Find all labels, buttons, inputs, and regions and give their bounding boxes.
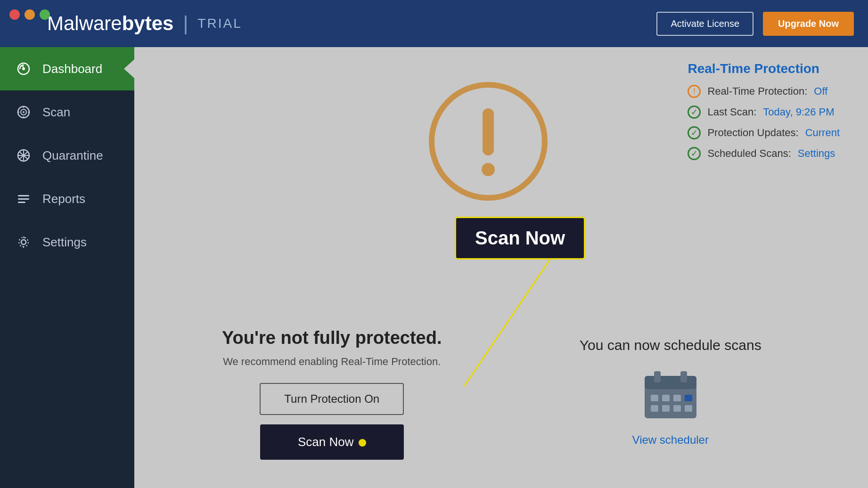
ok-status-icon-updates: ✓ [688,126,701,139]
svg-point-18 [21,240,26,244]
activate-license-button[interactable]: Activate License [656,12,753,36]
right-section: You can now schedule scans View [501,328,840,447]
sidebar-item-dashboard[interactable]: Dashboard [0,47,134,90]
warning-status-icon: ! [688,85,701,98]
logo-bold: bytes [122,12,174,34]
svg-rect-33 [673,405,681,412]
svg-line-2 [22,65,24,67]
svg-point-19 [19,237,28,247]
sidebar-dashboard-label: Dashboard [42,62,102,76]
svg-rect-28 [662,395,670,401]
status-row-scheduled: ✓ Scheduled Scans: Settings [688,147,840,160]
title-bar: Malwarebytes | TRIAL Activate License Up… [0,0,868,47]
sidebar-settings-label: Settings [42,235,87,250]
svg-point-22 [482,163,495,176]
not-protected-sub: We recommend enabling Real-Time Protecti… [223,356,441,368]
logo-text: Malwarebytes [47,12,173,35]
sidebar-item-quarantine[interactable]: Quarantine [0,134,134,177]
view-scheduler-link[interactable]: View scheduler [632,433,709,447]
main-layout: Dashboard Scan [0,47,868,488]
close-window-button[interactable] [9,9,20,20]
svg-rect-30 [685,395,692,401]
sidebar: Dashboard Scan [0,47,134,488]
sidebar-item-scan[interactable]: Scan [0,90,134,134]
logo-brand: Malware [47,12,122,34]
protection-value: Off [814,85,827,98]
scan-now-label: Scan Now [298,435,354,449]
quarantine-icon [15,147,32,164]
scheduled-value[interactable]: Settings [798,147,835,160]
calendar-icon [642,367,699,424]
status-title: Real-Time Protection [688,61,840,76]
svg-point-5 [23,111,25,113]
svg-rect-26 [680,371,687,382]
header-buttons: Activate License Upgrade Now [656,12,854,36]
svg-rect-24 [645,376,696,389]
last-scan-value: Today, 9:26 PM [763,106,834,118]
yellow-dot-indicator [359,439,366,447]
svg-rect-25 [654,371,661,382]
scheduled-label: Scheduled Scans: [707,147,791,160]
sidebar-reports-label: Reports [42,192,85,206]
trial-label: TRIAL [197,16,242,31]
sidebar-item-reports[interactable]: Reports [0,177,134,220]
scan-now-button-main[interactable]: Scan Now [260,424,404,460]
svg-rect-17 [18,202,25,203]
status-row-protection: ! Real-Time Protection: Off [688,85,840,98]
svg-point-1 [22,67,25,70]
svg-rect-27 [651,395,658,401]
status-panel: Real-Time Protection ! Real-Time Protect… [688,61,840,168]
window-controls [9,9,50,20]
svg-rect-21 [483,108,494,155]
content-area: Real-Time Protection ! Real-Time Protect… [134,47,868,488]
logo-area: Malwarebytes | TRIAL [47,12,242,35]
svg-rect-16 [18,198,29,200]
svg-rect-29 [673,395,681,401]
upgrade-now-button[interactable]: Upgrade Now [763,12,854,36]
logo-divider: | [183,12,188,35]
minimize-window-button[interactable] [25,9,35,20]
updates-label: Protection Updates: [707,127,798,139]
bottom-content: You're not fully protected. We recommend… [134,328,868,460]
last-scan-label: Last Scan: [707,106,756,118]
svg-rect-34 [685,405,692,412]
sidebar-scan-label: Scan [42,105,70,120]
dashboard-icon [15,60,32,77]
sidebar-item-settings[interactable]: Settings [0,220,134,264]
svg-rect-15 [18,195,29,196]
maximize-window-button[interactable] [40,9,50,20]
reports-icon [15,190,32,207]
svg-rect-31 [651,405,658,412]
scan-icon [15,104,32,121]
turn-protection-button[interactable]: Turn Protection On [260,383,404,415]
ok-status-icon-scan: ✓ [688,106,701,119]
ok-status-icon-scheduled: ✓ [688,147,701,160]
sidebar-quarantine-label: Quarantine [42,148,103,163]
not-protected-title: You're not fully protected. [222,328,442,348]
scan-now-popup: Scan Now [455,217,585,260]
settings-icon [15,234,32,251]
big-warning-icon [422,75,554,207]
svg-rect-32 [662,405,670,412]
left-section: You're not fully protected. We recommend… [163,328,501,460]
status-row-updates: ✓ Protection Updates: Current [688,126,840,139]
warning-icon-area [422,75,554,209]
schedule-title: You can now schedule scans [580,337,762,353]
protection-label: Real-Time Protection: [707,85,807,98]
status-row-last-scan: ✓ Last Scan: Today, 9:26 PM [688,106,840,119]
updates-value: Current [805,127,840,139]
